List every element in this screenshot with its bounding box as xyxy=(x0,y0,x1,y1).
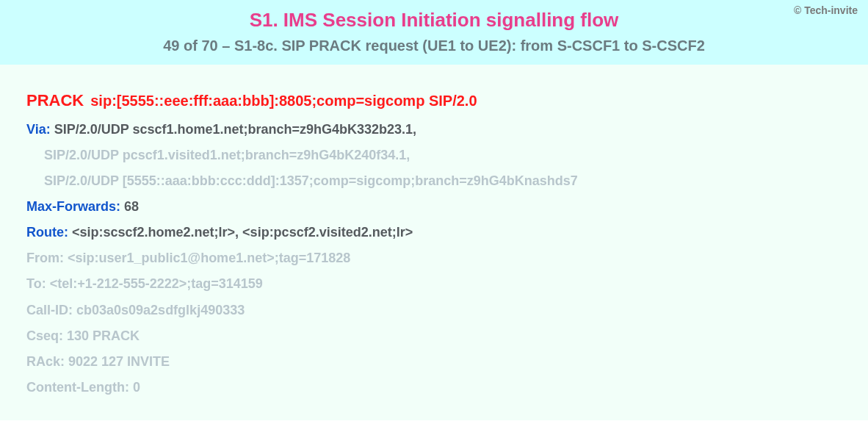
max-forwards-label: Max-Forwards: xyxy=(26,199,120,214)
cseq-value: 130 PRACK xyxy=(67,328,140,343)
to-line: To: <tel:+1-212-555-2222>;tag=314159 xyxy=(26,271,842,297)
via-value-2: SIP/2.0/UDP pcscf1.visited1.net;branch=z… xyxy=(44,148,410,162)
via-value-1: SIP/2.0/UDP scscf1.home1.net;branch=z9hG… xyxy=(54,122,416,137)
route-line: Route: <sip:scscf2.home2.net;lr>, <sip:p… xyxy=(26,220,842,245)
max-forwards-value: 68 xyxy=(124,199,139,214)
to-value: <tel:+1-212-555-2222>;tag=314159 xyxy=(50,276,263,291)
page-header: © Tech-invite S1. IMS Session Initiation… xyxy=(0,0,868,65)
request-line: PRACK sip:[5555::eee:fff:aaa:bbb]:8805;c… xyxy=(26,85,842,117)
max-forwards-line: Max-Forwards: 68 xyxy=(26,194,842,220)
page-subtitle: 49 of 70 – S1-8c. SIP PRACK request (UE1… xyxy=(15,37,853,54)
call-id-value: cb03a0s09a2sdfglkj490333 xyxy=(76,303,245,317)
route-label: Route: xyxy=(26,225,68,240)
via-header-label: Via: xyxy=(26,122,51,137)
cseq-line: Cseq: 130 PRACK xyxy=(26,323,842,349)
via-line-3: SIP/2.0/UDP [5555::aaa:bbb:ccc:ddd]:1357… xyxy=(26,168,842,194)
copyright-text: © Tech-invite xyxy=(794,4,858,16)
content-length-line: Content-Length: 0 xyxy=(26,375,842,400)
rack-line: RAck: 9022 127 INVITE xyxy=(26,349,842,375)
rack-value: 9022 127 INVITE xyxy=(68,354,170,369)
content-length-label: Content-Length: xyxy=(26,380,129,395)
from-label: From: xyxy=(26,251,64,265)
sip-method: PRACK xyxy=(26,91,87,109)
from-line: From: <sip:user1_public1@home1.net>;tag=… xyxy=(26,245,842,271)
via-line-2: SIP/2.0/UDP pcscf1.visited1.net;branch=z… xyxy=(26,143,842,168)
via-line-1: Via: SIP/2.0/UDP scscf1.home1.net;branch… xyxy=(26,117,842,143)
rack-label: RAck: xyxy=(26,354,65,369)
call-id-label: Call-ID: xyxy=(26,303,73,317)
request-uri: sip:[5555::eee:fff:aaa:bbb]:8805;comp=si… xyxy=(90,93,477,109)
page-title: S1. IMS Session Initiation signalling fl… xyxy=(15,9,853,32)
content-length-value: 0 xyxy=(133,380,140,395)
to-label: To: xyxy=(26,276,46,291)
route-value: <sip:scscf2.home2.net;lr>, <sip:pcscf2.v… xyxy=(72,225,413,240)
cseq-label: Cseq: xyxy=(26,328,63,343)
from-value: <sip:user1_public1@home1.net>;tag=171828 xyxy=(68,251,350,265)
call-id-line: Call-ID: cb03a0s09a2sdfglkj490333 xyxy=(26,298,842,323)
via-value-3: SIP/2.0/UDP [5555::aaa:bbb:ccc:ddd]:1357… xyxy=(44,173,578,188)
sip-message-body: PRACK sip:[5555::eee:fff:aaa:bbb]:8805;c… xyxy=(0,65,868,420)
